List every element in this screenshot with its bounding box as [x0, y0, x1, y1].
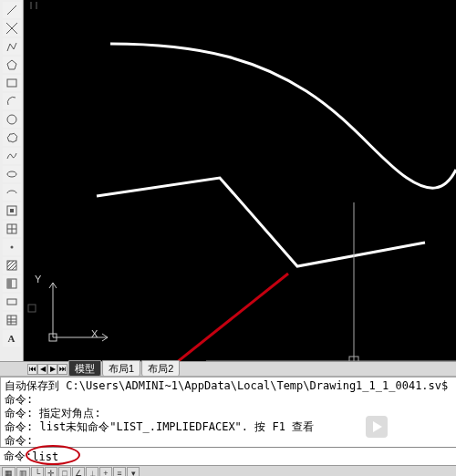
- region-icon[interactable]: [3, 294, 21, 310]
- ucs-x-label: X: [91, 328, 98, 339]
- svg-line-0: [7, 5, 16, 15]
- revcloud-icon[interactable]: [3, 129, 21, 146]
- command-typed-text: list: [32, 450, 58, 463]
- tab-last-icon[interactable]: ⏭: [57, 364, 67, 375]
- spline-curve-1[interactable]: [110, 44, 456, 188]
- cmd-history-line: 自动保存到 C:\Users\ADMINI~1\AppData\Local\Te…: [5, 379, 452, 393]
- status-bar: ▦ ▥ └ ✛ □ ∠ ⟂ + ≡ ▾: [0, 465, 456, 476]
- gradient-icon[interactable]: [3, 275, 21, 292]
- status-osnap[interactable]: □: [58, 467, 71, 477]
- spline-icon[interactable]: [3, 148, 21, 164]
- svg-point-12: [10, 246, 13, 249]
- ellipse-icon[interactable]: [3, 166, 21, 182]
- svg-rect-21: [7, 316, 16, 325]
- status-snap[interactable]: ▦: [2, 467, 16, 477]
- svg-rect-27: [28, 305, 36, 312]
- ucs-icon: [49, 283, 108, 341]
- drawing-area: A: [0, 0, 456, 361]
- status-ortho[interactable]: └: [31, 467, 44, 477]
- polyline-1[interactable]: [97, 178, 425, 266]
- crosshair-cursor: [206, 202, 456, 361]
- ucs-y-label: Y: [35, 274, 41, 285]
- rectangle-icon[interactable]: [3, 75, 21, 91]
- layout-tabs: ⏮ ◀ ▶ ⏭ 模型 布局1 布局2: [0, 361, 456, 376]
- command-input[interactable]: 命令: list: [0, 447, 456, 465]
- circle-icon[interactable]: [3, 111, 21, 128]
- command-prompt: 命令:: [4, 449, 32, 464]
- arc-icon[interactable]: [3, 93, 21, 109]
- annotation-arrow: [82, 274, 288, 361]
- svg-line-15: [7, 261, 14, 267]
- polyline-icon[interactable]: [3, 38, 21, 55]
- polygon-icon[interactable]: [3, 57, 21, 73]
- status-more[interactable]: ▾: [127, 467, 140, 477]
- make-block-icon[interactable]: [3, 221, 21, 237]
- hatch-icon[interactable]: [3, 257, 21, 274]
- svg-rect-4: [7, 79, 16, 87]
- svg-point-6: [7, 171, 16, 177]
- point-icon[interactable]: [3, 239, 21, 255]
- draw-toolbar: A: [0, 0, 24, 361]
- svg-rect-8: [10, 209, 14, 212]
- cmd-history-line: 命令:: [5, 434, 452, 447]
- svg-rect-19: [7, 279, 12, 288]
- svg-rect-20: [7, 299, 16, 305]
- model-canvas[interactable]: X Y: [24, 0, 456, 361]
- ellipse-arc-icon[interactable]: [3, 184, 21, 201]
- status-polar[interactable]: ✛: [45, 467, 57, 477]
- cmd-history-line: 命令:: [5, 393, 452, 407]
- status-otrack[interactable]: ∠: [72, 467, 85, 477]
- tab-first-icon[interactable]: ⏮: [27, 364, 37, 375]
- svg-line-16: [8, 262, 16, 270]
- status-lwt[interactable]: ≡: [113, 467, 126, 477]
- status-grid[interactable]: ▥: [16, 467, 30, 477]
- table-icon[interactable]: [3, 312, 21, 328]
- status-dyn[interactable]: +: [99, 467, 112, 477]
- construction-line-icon[interactable]: [3, 20, 21, 36]
- cmd-history-line: 命令: list未知命令"LIST_.IMPLIEDFACEX". 按 F1 查…: [5, 420, 452, 434]
- tab-next-icon[interactable]: ▶: [47, 364, 57, 375]
- tab-prev-icon[interactable]: ◀: [37, 364, 47, 375]
- text-icon[interactable]: A: [3, 330, 21, 347]
- svg-line-35: [82, 274, 288, 361]
- cmd-history-line: 命令: 指定对角点:: [5, 407, 452, 420]
- svg-point-5: [7, 115, 16, 124]
- status-ducs[interactable]: ⟂: [86, 467, 98, 477]
- command-history: 自动保存到 C:\Users\ADMINI~1\AppData\Local\Te…: [0, 376, 456, 447]
- svg-marker-3: [7, 60, 16, 69]
- line-icon[interactable]: [3, 2, 21, 18]
- insert-block-icon[interactable]: [3, 202, 21, 219]
